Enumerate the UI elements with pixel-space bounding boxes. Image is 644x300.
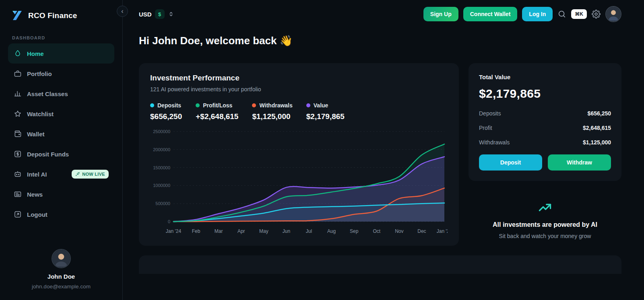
legend-value: +$2,648,615 <box>196 112 238 121</box>
gear-icon[interactable] <box>592 10 601 18</box>
legend-item-deposits: Deposits$656,250 <box>150 102 182 121</box>
brand-name: RCO Finance <box>28 11 77 20</box>
profile-avatar[interactable] <box>605 6 621 22</box>
performance-card-title: Investment Performance <box>150 74 448 82</box>
sidebar-item-asset-classes[interactable]: Asset Classes <box>8 84 114 104</box>
total-row-value: $2,648,615 <box>583 125 611 131</box>
svg-text:Sep: Sep <box>350 228 359 234</box>
command-k-shortcut[interactable]: ⌘K <box>571 9 587 19</box>
svg-text:Jan '24: Jan '24 <box>166 228 182 234</box>
svg-text:Dec: Dec <box>417 228 426 234</box>
legend-label: Profit/Loss <box>203 102 232 109</box>
withdraw-button[interactable]: Withdraw <box>548 154 611 171</box>
sidebar-section-label: DASHBOARD <box>12 35 110 40</box>
sidebar-item-label: Logout <box>27 211 47 218</box>
search-icon[interactable] <box>557 10 566 18</box>
svg-text:2000000: 2000000 <box>153 147 170 152</box>
total-row-withdrawals: Withdrawals$1,125,000 <box>479 135 611 150</box>
watchlist-icon <box>14 110 22 118</box>
ai-note-title: All investments are powered by AI <box>469 221 621 228</box>
sidebar-nav: HomePortfolioAsset ClassesWatchlistWalle… <box>8 43 114 224</box>
connect-wallet-button[interactable]: Connect Wallet <box>463 7 518 21</box>
logout-icon <box>14 210 22 218</box>
legend-value: $656,250 <box>150 112 182 121</box>
total-row-value: $1,125,000 <box>583 139 611 146</box>
page-greeting: Hi John Doe, welcome back 👋 <box>139 35 621 47</box>
total-row-profit: Profit$2,648,615 <box>479 121 611 135</box>
brand[interactable]: RCO Finance <box>8 8 114 23</box>
legend-item-profit-loss: Profit/Loss+$2,648,615 <box>196 102 238 121</box>
sign-up-button[interactable]: Sign Up <box>423 7 458 21</box>
legend-label: Value <box>314 102 328 109</box>
sidebar-item-label: Watchlist <box>27 111 54 117</box>
svg-text:Nov: Nov <box>395 228 403 234</box>
sidebar-item-intel-ai[interactable]: Intel AINOW LIVE <box>8 164 114 184</box>
sidebar-item-label: Intel AI <box>27 171 47 178</box>
deposit-button[interactable]: Deposit <box>479 154 542 171</box>
total-row-value: $656,250 <box>588 110 611 117</box>
sidebar-item-label: Deposit Funds <box>27 151 69 158</box>
sidebar-item-news[interactable]: News <box>8 184 114 204</box>
legend-label: Withdrawals <box>259 102 292 109</box>
legend-dot <box>150 103 154 107</box>
chevron-left-icon: ‹ <box>121 8 123 14</box>
svg-text:Apr: Apr <box>237 228 245 234</box>
asset-classes-icon <box>14 90 22 98</box>
sidebar-item-logout[interactable]: Logout <box>8 204 114 224</box>
sidebar: RCO Finance DASHBOARD HomePortfolioAsset… <box>0 0 123 300</box>
legend-value: $2,179,865 <box>306 112 345 121</box>
legend-value: $1,125,000 <box>252 112 292 121</box>
rocket-icon <box>75 172 80 177</box>
sidebar-collapse-button[interactable]: ‹ <box>117 6 128 17</box>
topbar: USD $ Sign Up Connect Wallet Log In ⌘K <box>139 6 621 23</box>
svg-text:Jun: Jun <box>283 228 290 234</box>
ai-note: All investments are powered by AI Sit ba… <box>469 181 621 239</box>
svg-text:500000: 500000 <box>155 201 170 206</box>
app-root: RCO Finance DASHBOARD HomePortfolioAsset… <box>0 0 644 300</box>
news-icon <box>14 190 22 198</box>
user-avatar[interactable] <box>52 249 71 268</box>
right-column: Total Value $2,179,865 Deposits$656,250P… <box>469 63 621 246</box>
svg-text:Jul: Jul <box>306 228 312 234</box>
main-content: USD $ Sign Up Connect Wallet Log In ⌘K <box>123 0 644 300</box>
home-icon <box>14 49 22 58</box>
brand-logo-icon <box>10 9 24 23</box>
next-section-card <box>139 255 621 274</box>
total-row-label: Deposits <box>479 110 501 117</box>
sidebar-item-portfolio[interactable]: Portfolio <box>8 64 114 84</box>
now-live-badge: NOW LIVE <box>72 170 109 179</box>
log-in-button[interactable]: Log In <box>522 7 553 21</box>
total-value-card: Total Value $2,179,865 Deposits$656,250P… <box>469 63 621 181</box>
ai-note-subtitle: Sit back and watch your money grow <box>469 233 621 239</box>
legend-label: Deposits <box>157 102 181 109</box>
chart-wrap: 05000001000000150000020000002500000Jan '… <box>150 127 448 238</box>
total-value-title: Total Value <box>479 74 611 80</box>
legend-dot <box>252 103 256 107</box>
currency-selector[interactable]: USD $ <box>139 9 174 19</box>
wallet-icon <box>14 130 22 138</box>
deposit-icon <box>14 150 22 158</box>
trending-up-icon <box>538 200 552 215</box>
legend-dot <box>196 103 200 107</box>
sidebar-item-watchlist[interactable]: Watchlist <box>8 104 114 124</box>
svg-text:May: May <box>259 228 268 234</box>
topbar-actions: Sign Up Connect Wallet Log In ⌘K <box>423 6 621 22</box>
svg-text:Aug: Aug <box>327 228 336 234</box>
sidebar-item-label: Home <box>27 50 44 57</box>
sidebar-item-wallet[interactable]: Wallet <box>8 124 114 144</box>
svg-text:Oct: Oct <box>373 228 380 234</box>
sidebar-item-home[interactable]: Home <box>8 43 114 64</box>
legend-dot <box>306 103 310 107</box>
sidebar-user: John Doe john.doe@example.com <box>8 249 114 290</box>
content-grid: Investment Performance 121 AI powered in… <box>139 63 621 246</box>
svg-text:1000000: 1000000 <box>153 183 170 188</box>
legend-item-value: Value$2,179,865 <box>306 102 345 121</box>
currency-code: USD <box>139 11 152 18</box>
chevron-up-down-icon <box>168 11 174 17</box>
sidebar-item-deposit-funds[interactable]: Deposit Funds <box>8 144 114 164</box>
svg-text:0: 0 <box>168 219 170 224</box>
sidebar-item-label: News <box>27 191 43 198</box>
svg-text:Mar: Mar <box>215 228 223 234</box>
performance-chart: 05000001000000150000020000002500000Jan '… <box>150 127 448 236</box>
chart-legend: Deposits$656,250Profit/Loss+$2,648,615Wi… <box>150 102 448 121</box>
